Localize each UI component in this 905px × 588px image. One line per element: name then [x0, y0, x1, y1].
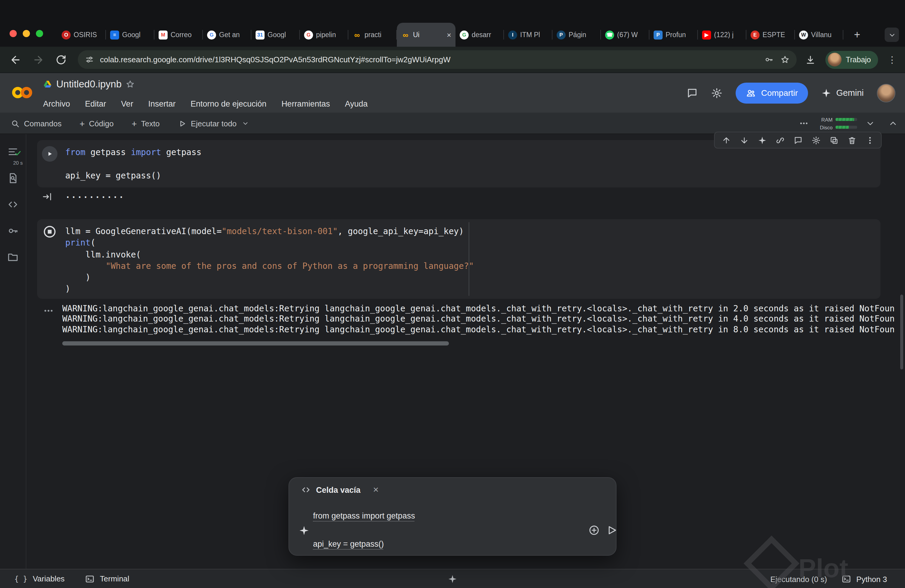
link-button[interactable] — [771, 132, 789, 148]
code-icon[interactable] — [7, 199, 19, 210]
output-options-icon[interactable] — [43, 305, 54, 316]
copy-button[interactable] — [825, 132, 843, 148]
browser-tab[interactable]: EESPTE — [746, 23, 795, 47]
account-avatar[interactable] — [877, 84, 895, 102]
tab-search-button[interactable] — [884, 27, 899, 42]
tab-label: ITM Pl — [520, 31, 548, 38]
palette-title: Celda vacía — [316, 485, 360, 494]
browser-tab[interactable]: ∞practi — [348, 23, 397, 47]
new-tab-button[interactable]: + — [850, 27, 864, 42]
move-up-icon — [722, 136, 730, 145]
browser-tab[interactable]: ☎(67) W — [601, 23, 649, 47]
menu-ver[interactable]: Ver — [121, 99, 133, 108]
gemini-button[interactable]: Gemini — [821, 88, 864, 98]
resources-chevron-icon[interactable] — [865, 119, 875, 128]
add-code-button[interactable]: + Código — [79, 119, 114, 128]
url-input[interactable]: colab.research.google.com/drive/1l3RHQsq… — [78, 50, 797, 69]
forward-button[interactable] — [32, 54, 44, 65]
browser-tab[interactable]: WVillanu — [795, 23, 843, 47]
browser-tab[interactable]: ▶(122) j — [698, 23, 746, 47]
menu-archivo[interactable]: Archivo — [43, 99, 70, 108]
folder-icon[interactable] — [7, 251, 19, 263]
vertical-scrollbar[interactable] — [900, 295, 903, 369]
browser-tab[interactable]: GGet an — [203, 23, 251, 47]
reload-button[interactable] — [55, 54, 67, 65]
kernel-button[interactable]: Python 3 — [841, 574, 887, 584]
braces-icon: { } — [14, 575, 27, 583]
browser-tab[interactable]: 31Googl — [251, 23, 300, 47]
variables-button[interactable]: { } Variables — [14, 574, 65, 583]
browser-tab[interactable]: OOSIRIS — [57, 23, 106, 47]
spark-button[interactable] — [753, 132, 771, 148]
settings-button[interactable] — [807, 132, 825, 148]
browser-tab[interactable]: ∞Ui× — [397, 23, 456, 47]
close-icon[interactable]: × — [373, 485, 379, 494]
settings-icon — [811, 136, 820, 145]
password-key-icon[interactable] — [764, 55, 773, 64]
browser-tab[interactable]: PProfun — [649, 23, 698, 47]
menu-entorno-de-ejecuci-n[interactable]: Entorno de ejecución — [191, 99, 267, 108]
stop-cell-button[interactable] — [42, 224, 57, 240]
minimize-window-button[interactable] — [23, 30, 30, 37]
commands-button[interactable]: Comandos — [11, 119, 62, 128]
toolbar-overflow-icon[interactable] — [799, 119, 809, 128]
output-log: WARNING:langchain_google_genai.chat_mode… — [62, 304, 895, 335]
collapse-header-icon[interactable] — [888, 119, 898, 128]
spark-icon[interactable] — [448, 574, 457, 584]
profile-chip[interactable]: Trabajo — [826, 51, 878, 68]
horizontal-scrollbar[interactable] — [62, 341, 449, 345]
code-editor-2[interactable]: llm = GoogleGenerativeAI(model="models/t… — [65, 226, 474, 295]
favorite-star-icon[interactable] — [126, 79, 135, 89]
browser-tab[interactable]: Gpipelin — [300, 23, 348, 47]
back-button[interactable] — [10, 54, 22, 65]
comment-button[interactable] — [789, 132, 807, 148]
menu-editar[interactable]: Editar — [85, 99, 106, 108]
send-icon[interactable] — [607, 524, 618, 536]
browser-address-bar: colab.research.google.com/drive/1l3RHQsq… — [0, 47, 905, 73]
run-all-button[interactable]: Ejecutar todo — [178, 119, 249, 128]
browser-tab[interactable]: MCorreo — [154, 23, 203, 47]
menu-insertar[interactable]: Insertar — [148, 99, 176, 108]
resource-gauge[interactable]: RAM Disco — [817, 116, 857, 130]
browser-tab[interactable]: ≡Googl — [106, 23, 154, 47]
tab-label: Googl — [122, 31, 150, 38]
settings-gear-icon[interactable] — [711, 87, 722, 99]
downloads-icon[interactable] — [805, 54, 816, 65]
code-cell-2[interactable]: llm = GoogleGenerativeAI(model="models/t… — [37, 219, 880, 299]
share-button[interactable]: Compartir — [735, 82, 808, 103]
key-icon[interactable] — [7, 225, 19, 237]
terminal-button[interactable]: Terminal — [85, 574, 129, 583]
password-input[interactable]: ·········· — [65, 192, 125, 202]
tab-label: pipelin — [316, 31, 344, 38]
drive-icon — [43, 79, 52, 89]
move-up-button[interactable] — [717, 132, 735, 148]
menu-herramientas[interactable]: Herramientas — [281, 99, 330, 108]
browser-tab[interactable]: IITM Pl — [504, 23, 553, 47]
more-vert-button[interactable] — [861, 132, 879, 148]
add-suggestion-icon[interactable] — [588, 524, 600, 536]
menu-ayuda[interactable]: Ayuda — [345, 99, 367, 108]
close-window-button[interactable] — [10, 30, 17, 37]
code-editor-1[interactable]: from getpass import getpass api_key = ge… — [65, 147, 202, 181]
chevron-down-icon — [242, 120, 249, 127]
toolbar-right: RAM Disco — [799, 113, 898, 134]
browser-menu-icon[interactable]: ⋮ — [888, 54, 897, 65]
comments-icon[interactable] — [686, 87, 698, 99]
gemini-spark-icon — [821, 88, 831, 98]
delete-button[interactable] — [843, 132, 861, 148]
move-down-button[interactable] — [735, 132, 753, 148]
add-text-button[interactable]: + Texto — [132, 119, 160, 128]
suggestion-line[interactable]: from getpass import getpass — [313, 511, 415, 539]
browser-tab[interactable]: PPágin — [553, 23, 601, 47]
colab-logo[interactable] — [10, 85, 35, 100]
run-cell-button[interactable] — [42, 146, 57, 162]
chevron-down-icon — [888, 31, 896, 39]
browser-tab[interactable]: Gdesarr — [456, 23, 504, 47]
tab-close-icon[interactable]: × — [447, 31, 451, 39]
zoom-window-button[interactable] — [36, 30, 43, 37]
bookmark-star-icon[interactable] — [781, 55, 789, 64]
find-in-page-icon[interactable] — [7, 172, 19, 184]
site-info-icon[interactable] — [85, 55, 94, 64]
suggestion-line[interactable]: api_key = getpass() — [313, 539, 415, 567]
notebook-title[interactable]: Untitled0.ipynb — [56, 78, 122, 90]
